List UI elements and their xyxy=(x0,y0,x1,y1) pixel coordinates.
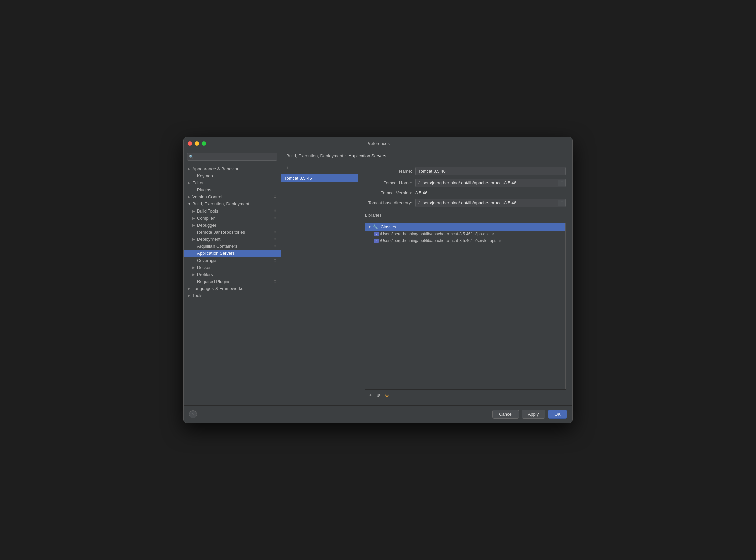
apply-button[interactable]: Apply xyxy=(522,409,546,419)
lib-add-module-button[interactable]: ⊕ xyxy=(384,392,390,399)
sidebar-item-deployment[interactable]: ▶ Deployment ⚙ xyxy=(184,236,281,243)
arrow-icon: ▼ xyxy=(188,202,192,206)
tomcat-base-field: ⊡ xyxy=(415,199,566,207)
sidebar-item-version-control[interactable]: ▶ Version Control ⚙ xyxy=(184,193,281,200)
sidebar-item-label: Editor xyxy=(192,180,204,185)
gear-icon: ⚙ xyxy=(273,216,277,220)
tomcat-base-label: Tomcat base directory: xyxy=(365,200,412,205)
sidebar-item-label: Deployment xyxy=(197,237,220,242)
add-server-button[interactable]: + xyxy=(284,164,290,172)
gear-icon: ⚙ xyxy=(273,195,277,199)
arrow-icon: ▶ xyxy=(188,287,192,291)
gear-icon: ⚙ xyxy=(273,209,277,213)
search-icon: 🔍 xyxy=(189,155,194,159)
sidebar-item-plugins[interactable]: Plugins xyxy=(184,186,281,193)
sidebar-item-required-plugins[interactable]: Required Plugins ⚙ xyxy=(184,278,281,285)
sidebar-item-label: Build, Execution, Deployment xyxy=(192,201,249,206)
arrow-icon: ▶ xyxy=(192,237,197,241)
sidebar-item-appearance[interactable]: ▶ Appearance & Behavior xyxy=(184,165,281,172)
footer: ? Cancel Apply OK xyxy=(184,405,572,423)
server-item[interactable]: Tomcat 8.5.46 xyxy=(281,174,358,182)
lib-item-path: /Users/joerg.henning/.opt/lib/apache-tom… xyxy=(380,232,494,236)
search-bar: 🔍 xyxy=(184,150,281,164)
tomcat-home-input[interactable] xyxy=(415,179,558,187)
main-content: 🔍 ▶ Appearance & Behavior Keymap ▶ xyxy=(184,150,572,405)
sidebar-item-profilers[interactable]: ▶ Profilers xyxy=(184,271,281,278)
lib-remove-button[interactable]: − xyxy=(392,392,398,399)
tomcat-home-label: Tomcat Home: xyxy=(365,180,412,185)
sidebar: 🔍 ▶ Appearance & Behavior Keymap ▶ xyxy=(184,150,281,405)
arrow-icon: ▶ xyxy=(188,294,192,298)
sidebar-item-application-servers[interactable]: Application Servers xyxy=(184,250,281,257)
remove-server-button[interactable]: − xyxy=(293,164,299,172)
sidebar-item-label: Profilers xyxy=(197,272,213,277)
sidebar-item-docker[interactable]: ▶ Docker xyxy=(184,264,281,271)
tomcat-base-browse-button[interactable]: ⊡ xyxy=(558,200,565,206)
sidebar-item-arquillian[interactable]: Arquillian Containers ⚙ xyxy=(184,243,281,250)
arrow-icon: ▶ xyxy=(188,195,192,199)
arrow-icon: ▶ xyxy=(192,216,197,220)
classes-arrow-icon: ▼ xyxy=(368,225,371,228)
traffic-lights xyxy=(188,141,206,146)
tomcat-version-value: 8.5.46 xyxy=(415,191,427,195)
sidebar-item-build-execution[interactable]: ▼ Build, Execution, Deployment xyxy=(184,200,281,207)
ok-button[interactable]: OK xyxy=(548,409,567,419)
breadcrumb-current: Application Servers xyxy=(349,154,386,158)
name-input[interactable] xyxy=(415,167,566,175)
arrow-icon: ▶ xyxy=(188,181,192,185)
sidebar-item-tools[interactable]: ▶ Tools xyxy=(184,292,281,299)
classes-label: Classes xyxy=(381,224,396,229)
tomcat-home-field: ⊡ xyxy=(415,179,566,187)
server-item-label: Tomcat 8.5.46 xyxy=(284,176,312,181)
tomcat-base-row: Tomcat base directory: ⊡ xyxy=(365,199,566,207)
search-input[interactable] xyxy=(187,153,277,161)
maximize-button[interactable] xyxy=(202,141,206,146)
sidebar-item-keymap[interactable]: Keymap xyxy=(184,172,281,179)
help-button[interactable]: ? xyxy=(189,410,197,418)
breadcrumb-separator: › xyxy=(345,154,347,158)
sidebar-item-build-tools[interactable]: ▶ Build Tools ⚙ xyxy=(184,207,281,215)
jar-icon: ▪ xyxy=(374,239,379,243)
sidebar-item-label: Compiler xyxy=(197,216,214,221)
classes-header[interactable]: ▼ 🔧 Classes xyxy=(365,223,565,231)
jar-icon: ▪ xyxy=(374,232,379,236)
sidebar-item-debugger[interactable]: ▶ Debugger xyxy=(184,222,281,228)
lib-add-button[interactable]: + xyxy=(368,392,373,399)
sidebar-item-label: Required Plugins xyxy=(197,279,230,284)
sidebar-item-remote-jar[interactable]: Remote Jar Repositories ⚙ xyxy=(184,228,281,236)
server-list-panel: + − Tomcat 8.5.46 xyxy=(281,162,358,405)
sidebar-item-coverage[interactable]: Coverage ⚙ xyxy=(184,257,281,264)
sidebar-item-label: Application Servers xyxy=(197,251,234,256)
lib-add-url-button[interactable]: ⊕ xyxy=(375,392,382,399)
sidebar-item-label: Arquillian Containers xyxy=(197,244,237,249)
libraries-section: Libraries ▼ 🔧 Classes ▪ xyxy=(365,213,566,401)
sidebar-tree: ▶ Appearance & Behavior Keymap ▶ Editor … xyxy=(184,164,281,405)
sidebar-item-compiler[interactable]: ▶ Compiler ⚙ xyxy=(184,215,281,222)
gear-icon: ⚙ xyxy=(273,279,277,284)
minimize-button[interactable] xyxy=(195,141,199,146)
sidebar-item-label: Version Control xyxy=(192,194,222,199)
lib-item-servlet: ▪ /Users/joerg.henning/.opt/lib/apache-t… xyxy=(365,237,565,244)
server-list-toolbar: + − xyxy=(281,162,358,174)
sidebar-item-languages[interactable]: ▶ Languages & Frameworks xyxy=(184,285,281,292)
close-button[interactable] xyxy=(188,141,192,146)
sidebar-item-label: Plugins xyxy=(197,187,211,193)
arrow-icon: ▶ xyxy=(192,273,197,276)
sidebar-item-editor[interactable]: ▶ Editor xyxy=(184,179,281,186)
tomcat-home-row: Tomcat Home: ⊡ xyxy=(365,179,566,187)
cancel-button[interactable]: Cancel xyxy=(492,409,519,419)
title-bar: Preferences xyxy=(184,137,572,150)
name-label: Name: xyxy=(365,168,412,174)
arrow-icon: ▶ xyxy=(188,167,192,171)
sidebar-item-label: Debugger xyxy=(197,223,216,227)
sidebar-item-label: Appearance & Behavior xyxy=(192,166,238,171)
sidebar-item-label: Keymap xyxy=(197,173,213,178)
tomcat-home-browse-button[interactable]: ⊡ xyxy=(558,180,565,186)
search-wrapper: 🔍 xyxy=(187,153,277,161)
breadcrumb-parent: Build, Execution, Deployment xyxy=(286,154,343,158)
tomcat-base-input[interactable] xyxy=(415,199,558,207)
lib-toolbar: + ⊕ ⊕ − xyxy=(365,389,566,401)
tomcat-version-row: Tomcat Version: 8.5.46 xyxy=(365,191,566,195)
lib-item-jsp: ▪ /Users/joerg.henning/.opt/lib/apache-t… xyxy=(365,231,565,237)
libraries-label: Libraries xyxy=(365,213,566,218)
